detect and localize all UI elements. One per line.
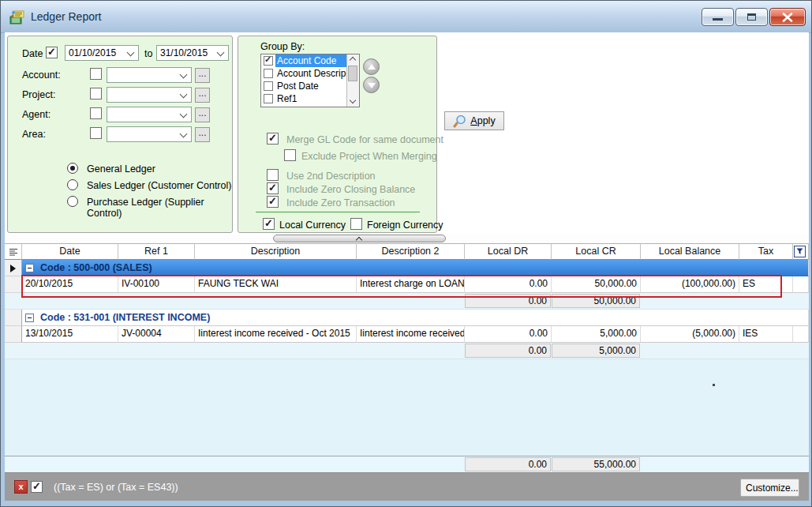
groupby-item-checkbox[interactable]: [264, 94, 273, 103]
scrollbar-thumb[interactable]: [348, 66, 357, 81]
empty-cell: [118, 456, 195, 472]
row-list-icon: [9, 247, 18, 257]
group-header-text: Code : 500-000 (SALES): [40, 261, 152, 276]
group-header-cell[interactable]: Code : 500-000 (SALES): [22, 260, 809, 276]
cell-ref1[interactable]: JV-00004: [118, 326, 195, 343]
account-browse-button[interactable]: ...: [195, 68, 210, 83]
column-header-description2[interactable]: Description 2: [357, 243, 465, 260]
move-up-button[interactable]: [363, 58, 380, 75]
ledger-row[interactable]: 20/10/2015 IV-00100 FAUNG TECK WAI Inter…: [5, 276, 809, 293]
area-checkbox[interactable]: [90, 127, 102, 139]
group-header-cell[interactable]: Code : 531-001 (INTEREST INCOME): [22, 310, 809, 326]
subtotal-local-dr: 0.00: [465, 343, 552, 359]
date-from-value: 01/10/2015: [69, 47, 116, 58]
collapse-icon[interactable]: [25, 314, 34, 322]
account-checkbox[interactable]: [90, 68, 102, 80]
ledger-row[interactable]: 13/10/2015 JV-00004 Iinterest income rec…: [5, 326, 809, 343]
remove-filter-button[interactable]: [14, 480, 28, 494]
column-header-local-balance[interactable]: Local Balance: [641, 243, 739, 260]
date-from-combo[interactable]: 01/10/2015: [65, 45, 139, 61]
cell-tax[interactable]: IES: [739, 326, 793, 343]
cell-local-balance[interactable]: (100,000.00): [641, 276, 739, 293]
local-currency-checkbox[interactable]: [263, 218, 275, 230]
project-browse-button[interactable]: ...: [195, 88, 210, 103]
area-browse-button[interactable]: ...: [195, 127, 210, 142]
filter-enabled-checkbox[interactable]: [31, 481, 43, 493]
cell-date[interactable]: 20/10/2015: [22, 276, 118, 293]
cell-date[interactable]: 13/10/2015: [22, 326, 118, 343]
groupby-item-checkbox[interactable]: [264, 69, 273, 78]
agent-combo[interactable]: [107, 107, 192, 122]
sales-ledger-radio[interactable]: [67, 179, 78, 190]
scroll-up-icon[interactable]: [347, 54, 358, 65]
titlebar[interactable]: Ledger Report: [1, 1, 811, 33]
groupby-item-ref1[interactable]: Ref1: [261, 92, 359, 105]
maximize-button[interactable]: [735, 8, 768, 26]
column-header-local-dr[interactable]: Local DR: [465, 243, 552, 260]
column-header-description[interactable]: Description: [195, 243, 357, 260]
column-header-local-cr[interactable]: Local CR: [552, 243, 641, 260]
row-selector-cell[interactable]: [5, 326, 22, 343]
groupby-item-post-date[interactable]: Post Date: [261, 80, 359, 92]
agent-checkbox[interactable]: [90, 107, 102, 119]
arrow-down-icon: [368, 83, 376, 88]
group-header-row-sales[interactable]: Code : 500-000 (SALES): [5, 260, 809, 276]
cell-local-balance[interactable]: (5,000.00): [641, 326, 739, 343]
date-checkbox[interactable]: [46, 47, 58, 58]
collapse-icon[interactable]: [25, 264, 34, 272]
purchase-ledger-radio[interactable]: [67, 196, 78, 207]
column-header-tax[interactable]: Tax: [739, 243, 793, 260]
project-combo[interactable]: [107, 87, 192, 103]
current-row-indicator[interactable]: [5, 260, 22, 276]
agent-browse-button[interactable]: ...: [195, 107, 210, 122]
cell-description2[interactable]: Iinterest income received...: [357, 326, 465, 343]
funnel-icon[interactable]: [794, 246, 806, 257]
cell-tax[interactable]: ES: [739, 276, 793, 293]
column-filter-cell[interactable]: [793, 243, 809, 260]
row-selector-cell[interactable]: [5, 276, 22, 293]
minimize-button[interactable]: [702, 8, 734, 26]
splitter-thumb[interactable]: [273, 235, 446, 242]
select-all-cell[interactable]: [5, 243, 22, 260]
apply-button[interactable]: Apply: [444, 111, 504, 130]
include-zero-transaction-checkbox[interactable]: [267, 196, 279, 208]
cell-local-dr[interactable]: 0.00: [465, 326, 552, 343]
foreign-currency-checkbox[interactable]: [350, 218, 362, 230]
cell-local-cr[interactable]: 50,000.00: [552, 276, 641, 293]
subtotal-row: 0.00 5,000.00: [5, 343, 809, 359]
date-to-combo[interactable]: 31/10/2015: [156, 45, 229, 61]
column-header-ref1[interactable]: Ref 1: [118, 243, 195, 260]
groupby-item-account-code[interactable]: Account Code: [261, 54, 359, 67]
close-button[interactable]: [769, 8, 806, 26]
cell-ref1[interactable]: IV-00100: [118, 276, 195, 293]
account-combo[interactable]: [107, 67, 192, 83]
empty-cell: [22, 456, 118, 472]
listbox-scrollbar[interactable]: [346, 54, 359, 107]
use-2nd-description-checkbox[interactable]: [267, 169, 279, 181]
empty-cell: [641, 293, 739, 310]
groupby-item-checkbox[interactable]: [264, 56, 273, 66]
cell-local-cr[interactable]: 5,000.00: [552, 326, 641, 343]
exclude-project-checkbox[interactable]: [284, 149, 296, 161]
scroll-down-icon[interactable]: [347, 96, 358, 107]
area-combo[interactable]: [107, 126, 192, 142]
row-selector-cell[interactable]: [5, 310, 22, 326]
cell-description[interactable]: FAUNG TECK WAI: [195, 276, 357, 293]
date-to-word: to: [144, 48, 152, 59]
cell-description2[interactable]: Interest charge on LOAN: [357, 276, 465, 293]
merge-gl-checkbox[interactable]: [267, 133, 279, 145]
empty-cell: [195, 343, 357, 359]
groupby-item-account-descrip[interactable]: Account Descrip: [261, 67, 359, 80]
chevron-up-icon: [356, 237, 362, 243]
empty-cell: [118, 343, 195, 359]
project-checkbox[interactable]: [90, 88, 102, 100]
cell-description[interactable]: Iinterest income received - Oct 2015: [195, 326, 357, 343]
cell-local-dr[interactable]: 0.00: [465, 276, 552, 293]
general-ledger-radio[interactable]: [67, 163, 78, 174]
column-header-date[interactable]: Date: [22, 243, 118, 260]
include-zero-closing-checkbox[interactable]: [267, 182, 279, 194]
groupby-item-checkbox[interactable]: [264, 81, 273, 91]
customize-button[interactable]: Customize...: [740, 479, 799, 497]
group-header-row-interest-income[interactable]: Code : 531-001 (INTEREST INCOME): [5, 310, 809, 326]
move-down-button[interactable]: [363, 77, 380, 93]
